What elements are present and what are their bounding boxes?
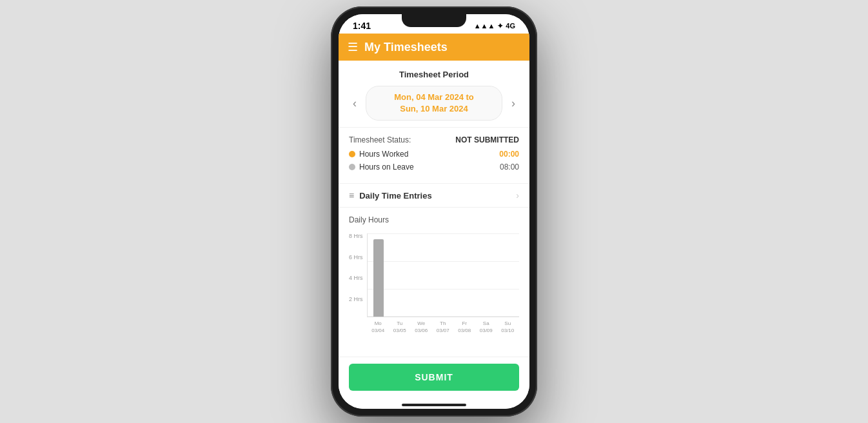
submit-section: SUBMIT <box>339 357 529 400</box>
x-day-label: Th <box>440 320 446 327</box>
hours-leave-label: Hours on Leave <box>359 162 414 172</box>
x-label-group: Su03/10 <box>499 320 517 333</box>
home-bar <box>402 404 466 406</box>
hours-leave-value: 08:00 <box>500 162 519 172</box>
bar-group <box>499 233 517 317</box>
x-date-label: 03/10 <box>501 328 514 334</box>
x-date-label: 03/07 <box>437 328 449 334</box>
y-label: 6 Hrs <box>349 255 363 261</box>
x-day-label: Su <box>504 320 511 327</box>
home-indicator <box>339 400 529 409</box>
status-value: NOT SUBMITTED <box>455 135 519 144</box>
x-label-group: Fr03/08 <box>456 320 474 333</box>
daily-entries-row[interactable]: ≡ Daily Time Entries › <box>339 184 529 208</box>
status-section: Timesheet Status: NOT SUBMITTED Hours Wo… <box>339 128 529 184</box>
x-day-label: Fr <box>462 320 467 327</box>
x-label-group: Th03/07 <box>434 320 452 333</box>
x-date-label: 03/05 <box>393 328 406 334</box>
daily-entries-chevron: › <box>516 190 519 201</box>
chart-title: Daily Hours <box>349 215 519 224</box>
bar-group <box>456 233 473 317</box>
hours-worked-value: 00:00 <box>499 150 519 159</box>
x-day-label: Tu <box>397 320 402 327</box>
x-labels: Mo03/04Tu03/05We03/06Th03/07Fr03/08Sa03/… <box>367 317 519 333</box>
daily-entries-label: Daily Time Entries <box>359 191 431 201</box>
bar-group <box>435 233 452 317</box>
bars-area <box>367 233 519 317</box>
x-day-label: Mo <box>375 320 382 327</box>
status-time: 1:41 <box>353 21 371 31</box>
menu-icon[interactable]: ☰ <box>348 40 358 54</box>
hours-worked-row: Hours Worked 00:00 <box>349 150 519 159</box>
battery-icon: 4G <box>506 22 515 30</box>
x-label-group: Tu03/05 <box>391 320 409 333</box>
x-day-label: We <box>417 320 425 327</box>
content-area: Timesheet Period ‹ Mon, 04 Mar 2024 toSu… <box>339 61 529 357</box>
x-label-group: We03/06 <box>413 320 431 333</box>
hours-worked-dot <box>349 151 355 157</box>
timesheet-status-row: Timesheet Status: NOT SUBMITTED <box>349 135 519 144</box>
bar-group <box>413 233 430 317</box>
next-period-button[interactable]: › <box>508 95 519 112</box>
hours-leave-left: Hours on Leave <box>349 162 414 172</box>
chart-section: Daily Hours 8 Hrs6 Hrs4 Hrs2 Hrs <box>339 208 529 357</box>
x-date-label: 03/09 <box>480 328 493 334</box>
list-icon: ≡ <box>349 190 354 201</box>
status-label: Timesheet Status: <box>349 135 411 144</box>
y-label: 2 Hrs <box>349 297 363 302</box>
status-icons: ▲▲▲ ✦ 4G <box>474 22 515 30</box>
chart-plot: Mo03/04Tu03/05We03/06Th03/07Fr03/08Sa03/… <box>367 233 519 333</box>
submit-button[interactable]: SUBMIT <box>349 364 519 391</box>
period-range-label: Mon, 04 Mar 2024 toSun, 10 Mar 2024 <box>366 86 502 121</box>
notch <box>402 14 466 27</box>
signal-icon: ▲▲▲ <box>474 22 495 30</box>
period-section: Timesheet Period ‹ Mon, 04 Mar 2024 toSu… <box>339 61 529 128</box>
period-title: Timesheet Period <box>349 70 519 79</box>
x-date-label: 03/08 <box>458 328 471 334</box>
x-date-label: 03/04 <box>371 328 384 334</box>
x-day-label: Sa <box>483 320 489 327</box>
hours-leave-row: Hours on Leave 08:00 <box>349 162 519 172</box>
hours-worked-left: Hours Worked <box>349 150 408 159</box>
phone-screen: 1:41 ▲▲▲ ✦ 4G ☰ My Timesheets Timesheet … <box>339 14 529 409</box>
app-header: ☰ My Timesheets <box>339 34 529 61</box>
bar-group <box>477 233 495 317</box>
app-title: My Timesheets <box>364 41 448 54</box>
chart-container: 8 Hrs6 Hrs4 Hrs2 Hrs <box>349 233 519 333</box>
x-label-group: Mo03/04 <box>370 320 388 333</box>
bar-group <box>370 233 388 317</box>
prev-period-button[interactable]: ‹ <box>349 95 360 112</box>
phone-frame: 1:41 ▲▲▲ ✦ 4G ☰ My Timesheets Timesheet … <box>331 6 537 417</box>
hours-leave-dot <box>349 164 355 170</box>
bar-group <box>391 233 409 317</box>
y-label: 4 Hrs <box>349 275 363 281</box>
hours-worked-label: Hours Worked <box>359 150 408 159</box>
y-axis: 8 Hrs6 Hrs4 Hrs2 Hrs <box>349 233 367 317</box>
wifi-icon: ✦ <box>497 22 503 30</box>
bar <box>373 239 384 317</box>
x-label-group: Sa03/09 <box>477 320 495 333</box>
y-label: 8 Hrs <box>349 233 363 239</box>
daily-entries-left: ≡ Daily Time Entries <box>349 190 432 201</box>
period-nav: ‹ Mon, 04 Mar 2024 toSun, 10 Mar 2024 › <box>349 86 519 121</box>
x-date-label: 03/06 <box>415 328 428 334</box>
